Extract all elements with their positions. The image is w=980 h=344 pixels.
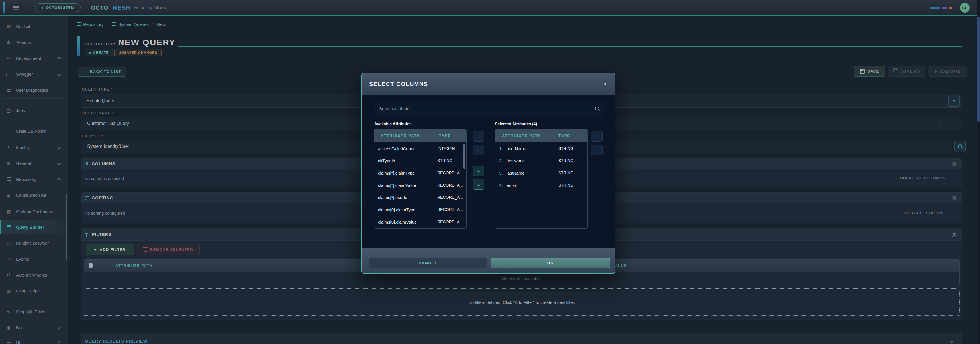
move-up-button[interactable]: ↑ (591, 131, 603, 141)
close-icon[interactable]: × (603, 81, 607, 87)
search-icon (595, 106, 599, 111)
list-item[interactable]: 2.firstNameSTRING (495, 155, 587, 167)
list-item[interactable]: 1.userNameSTRING (495, 143, 587, 155)
list-item[interactable]: claims[*].claimValueRECORD_A... (374, 179, 466, 191)
list-item[interactable]: claims[*].userIdRECORD_A... (374, 191, 466, 204)
available-list-scrollbar[interactable] (463, 144, 466, 169)
list-item[interactable]: ckTypeIdSTRING (374, 155, 466, 167)
dialog-footer: CANCEL OK (362, 248, 615, 274)
attribute-search-box (374, 101, 604, 116)
dialog-title: SELECT COLUMNS (369, 81, 428, 87)
attribute-search-input[interactable] (379, 106, 595, 111)
list-item[interactable]: claims[0].claimTypeRECORD_A... (374, 204, 466, 216)
type-column-header: TYPE (439, 133, 451, 138)
select-columns-dialog: SELECT COLUMNS × Available Attributes Se… (361, 73, 615, 274)
selected-attributes-label: Selected Attributes (4) (495, 122, 537, 126)
arrow-down-icon: ↓ (596, 147, 598, 153)
move-all-right-button[interactable]: » (473, 166, 484, 176)
attribute-path-column-header: ATTRIBUTE PATH (502, 133, 541, 138)
move-right-button[interactable]: → (473, 131, 484, 141)
available-list-header: ATTRIBUTE PATH TYPE (374, 129, 466, 143)
list-item[interactable]: 3.lastNameSTRING (495, 167, 587, 179)
selected-attributes-list: ATTRIBUTE PATH TYPE 1.userNameSTRING 2.f… (495, 129, 588, 229)
selected-list-header: ATTRIBUTE PATH TYPE (495, 129, 587, 143)
cancel-button[interactable]: CANCEL (369, 258, 487, 268)
attribute-path-column-header: ATTRIBUTE PATH (381, 133, 420, 138)
list-item[interactable]: claims[0].claimValueRECORD_A... (374, 216, 466, 228)
available-attributes-list: ATTRIBUTE PATH TYPE accessFailedCountINT… (374, 129, 467, 229)
ok-button[interactable]: OK (491, 258, 610, 268)
double-arrow-right-icon: » (477, 169, 480, 174)
arrow-left-icon: ← (476, 147, 481, 153)
move-left-button[interactable]: ← (473, 145, 484, 155)
list-item[interactable]: 4.emailSTRING (495, 179, 587, 191)
double-arrow-left-icon: « (477, 182, 480, 187)
type-column-header: TYPE (558, 133, 570, 138)
move-down-button[interactable]: ↓ (591, 145, 603, 155)
list-item[interactable]: accessFailedCountINTEGER (374, 143, 466, 155)
move-all-left-button[interactable]: « (473, 179, 484, 190)
dialog-header: SELECT COLUMNS × (362, 73, 615, 95)
available-attributes-label: Available Attributes (374, 122, 411, 126)
list-item[interactable]: claims[*].claimTypeRECORD_A... (374, 167, 466, 179)
arrow-up-icon: ↑ (596, 134, 598, 139)
arrow-right-icon: → (476, 134, 481, 139)
